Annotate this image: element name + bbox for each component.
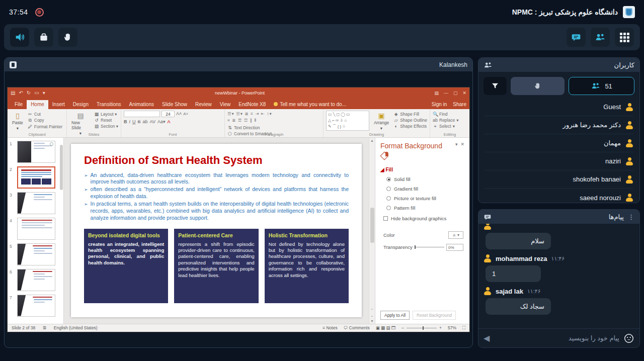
- tell-me-box[interactable]: Tell me what you want to do...: [270, 100, 350, 109]
- current-slide[interactable]: Definition of Smart Health System ➢An ad…: [71, 144, 362, 317]
- gradient-fill-radio[interactable]: Gradient fill: [386, 186, 464, 192]
- zoom-in-icon[interactable]: +: [439, 325, 442, 330]
- pane-options-icon[interactable]: ▾: [455, 142, 458, 147]
- list-item[interactable]: دکتر محمد رضا هنرور: [485, 116, 633, 134]
- comments-button[interactable]: 🗩 Comments: [344, 325, 370, 330]
- view-buttons[interactable]: ▣ ▦ ▤ 🗖: [376, 325, 396, 330]
- scroll-up-icon[interactable]: ▲: [370, 139, 374, 142]
- list-item[interactable]: saeed norouzi: [485, 189, 633, 203]
- tab-view[interactable]: View: [216, 100, 235, 109]
- fill-section-header[interactable]: ◢ Fill: [380, 167, 464, 172]
- messages-menu-icon[interactable]: ⋮: [628, 213, 634, 221]
- ribbon-options-icon[interactable]: ▤: [434, 91, 439, 96]
- microphone-speaker-button[interactable]: [10, 28, 29, 47]
- save-icon[interactable]: ▤: [11, 90, 15, 96]
- font-color-button[interactable]: A: [167, 119, 170, 124]
- cut-button[interactable]: ✂Cut: [28, 112, 62, 117]
- ppt-share-button[interactable]: Share: [453, 102, 466, 107]
- change-case-button[interactable]: Aa▾: [157, 119, 166, 124]
- sign-in-link[interactable]: Sign in: [432, 102, 447, 107]
- close-icon[interactable]: ✕: [462, 91, 466, 96]
- bold-button[interactable]: B: [124, 119, 127, 124]
- tab-endnote[interactable]: EndNote X8: [234, 100, 270, 109]
- apply-to-all-button[interactable]: Apply to All: [380, 311, 410, 320]
- layout-button[interactable]: ▦Layout ▾: [94, 112, 118, 117]
- text-shadow-button[interactable]: ab: [143, 119, 148, 124]
- list-buttons[interactable]: ☰▾ ☱▾ ≣ ≡ ⇥ ⇤ ↕▾: [227, 111, 272, 117]
- text-direction-button[interactable]: ⇅Text Direction: [227, 125, 272, 130]
- undo-icon[interactable]: ↶: [19, 90, 23, 96]
- slideshow-icon[interactable]: ▭: [34, 90, 39, 96]
- align-buttons[interactable]: ≡ ≣ ☰ ☲ ∥ ⫴: [227, 117, 272, 124]
- list-item[interactable]: shokofeh banaei: [485, 170, 633, 189]
- raise-hand-button[interactable]: [58, 28, 77, 47]
- reset-background-button[interactable]: Reset Background: [413, 311, 456, 320]
- slide-thumbnail-6[interactable]: [17, 269, 55, 291]
- scroll-down-icon[interactable]: ▼: [370, 319, 374, 323]
- font-name-input[interactable]: [124, 111, 160, 117]
- tab-transitions[interactable]: Transitions: [93, 100, 125, 109]
- chat-toggle-button[interactable]: [567, 28, 586, 47]
- pattern-fill-radio[interactable]: Pattern fill: [386, 205, 464, 211]
- list-item[interactable]: مهمان: [485, 134, 633, 152]
- paste-button[interactable]: ▯Paste▾: [10, 111, 25, 132]
- shape-outline-button[interactable]: ▱Shape Outline: [393, 118, 427, 123]
- copy-button[interactable]: ⧉Copy: [28, 118, 62, 123]
- users-toggle-button[interactable]: [591, 28, 610, 47]
- zoom-slider[interactable]: –+: [401, 325, 442, 330]
- tab-design[interactable]: Design: [69, 100, 93, 109]
- tab-file[interactable]: File: [11, 100, 27, 109]
- slide-thumbnail-4[interactable]: [17, 218, 55, 240]
- slide-thumbnail-7[interactable]: [17, 295, 55, 317]
- pane-close-icon[interactable]: ✕: [460, 142, 464, 147]
- chat-message-input[interactable]: [494, 334, 619, 342]
- next-slide-icon[interactable]: ⌄: [371, 314, 374, 318]
- list-item[interactable]: naziri: [485, 152, 633, 170]
- raised-hands-button[interactable]: [511, 77, 565, 95]
- tab-insert[interactable]: Insert: [48, 100, 69, 109]
- transparency-value[interactable]: 0%: [446, 244, 463, 251]
- hide-background-checkbox[interactable]: Hide background graphics: [383, 216, 464, 221]
- shape-fill-button[interactable]: ◈Shape Fill: [393, 112, 427, 117]
- tab-review[interactable]: Review: [191, 100, 216, 109]
- emoji-icon[interactable]: [623, 333, 634, 344]
- accessibility-icon[interactable]: 🖺: [42, 325, 47, 330]
- zoom-level[interactable]: 57%: [448, 325, 456, 330]
- thumbnail-scrollbar[interactable]: [59, 140, 63, 318]
- arrange-button[interactable]: ▣Arrange▾: [372, 111, 391, 132]
- select-button[interactable]: ⌖Select▾: [433, 124, 458, 129]
- tab-home[interactable]: Home: [27, 100, 48, 109]
- picture-fill-radio[interactable]: Picture or texture fill: [386, 196, 464, 201]
- color-dropdown[interactable]: 🜁 ▾: [448, 231, 463, 239]
- underline-button[interactable]: U: [132, 119, 136, 124]
- layout-grid-button[interactable]: [615, 28, 634, 47]
- redo-icon[interactable]: ↻: [27, 90, 31, 96]
- transparency-slider[interactable]: [415, 247, 444, 247]
- tab-slideshow[interactable]: Slide Show: [158, 100, 191, 109]
- slide-thumbnail-3[interactable]: [17, 192, 55, 214]
- slide-thumbnail-1[interactable]: [17, 141, 55, 163]
- reset-button[interactable]: ↺Reset: [94, 118, 118, 123]
- restore-icon[interactable]: ▢: [453, 91, 458, 96]
- share-files-button[interactable]: [34, 28, 53, 47]
- slide-thumbnail-2-selected[interactable]: [17, 166, 55, 189]
- ppt-quick-access-toolbar[interactable]: ▤↶↻▭▾: [11, 90, 45, 96]
- font-size-input[interactable]: 24: [162, 111, 175, 117]
- tab-animations[interactable]: Animations: [125, 100, 158, 109]
- notes-button[interactable]: ≡ Notes: [323, 325, 338, 330]
- replace-button[interactable]: abReplace▾: [433, 118, 458, 123]
- character-spacing-button[interactable]: AV: [150, 119, 155, 124]
- find-button[interactable]: 🔍Find: [433, 112, 458, 117]
- previous-slide-icon[interactable]: ⌃: [371, 308, 374, 312]
- grow-font-icon[interactable]: A˄: [176, 111, 182, 116]
- strikethrough-button[interactable]: S: [138, 119, 141, 124]
- format-painter-button[interactable]: 🖉Format Painter: [28, 124, 62, 129]
- section-button[interactable]: ▧Section ▾: [94, 124, 118, 129]
- filter-users-button[interactable]: [484, 77, 507, 95]
- slide-scrollbar[interactable]: ▲ ⌃ ⌄ ▼: [369, 138, 375, 324]
- send-message-icon[interactable]: ◀: [484, 333, 490, 343]
- zoom-out-icon[interactable]: –: [401, 325, 404, 330]
- solid-fill-radio[interactable]: Solid fill: [386, 176, 464, 182]
- italic-button[interactable]: I: [129, 119, 131, 124]
- language-indicator[interactable]: English (United States): [54, 325, 98, 330]
